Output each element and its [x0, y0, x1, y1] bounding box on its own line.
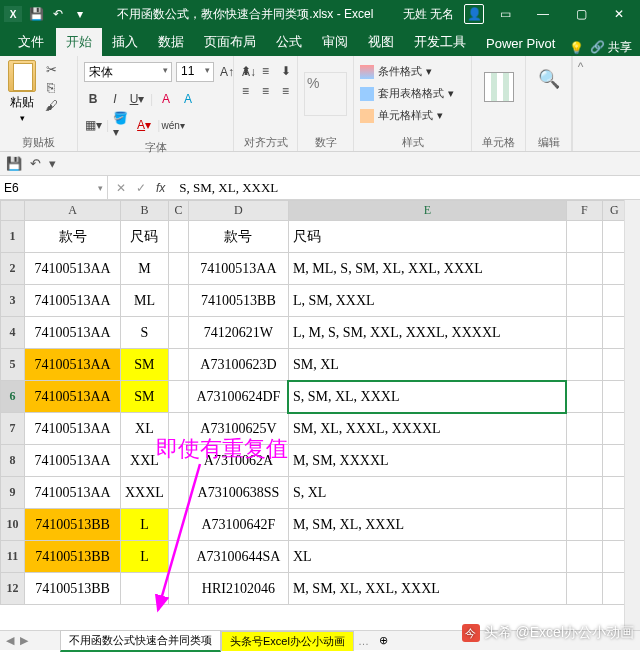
cell-G10[interactable] — [602, 509, 626, 541]
close-button[interactable]: ✕ — [602, 3, 636, 25]
cell-D9[interactable]: A73100638SS — [188, 477, 288, 509]
cell-D5[interactable]: A73100623D — [188, 349, 288, 381]
cell-G1[interactable] — [602, 221, 626, 253]
cell-D10[interactable]: A73100642F — [188, 509, 288, 541]
phonetic-icon[interactable]: wén▾ — [164, 116, 182, 134]
font-color-icon[interactable]: A▾ — [135, 116, 153, 134]
table-format-button[interactable]: 套用表格格式▾ — [360, 86, 454, 101]
cell-E12[interactable]: M, SM, XL, XXL, XXXL — [288, 573, 566, 605]
cell-C1[interactable] — [168, 221, 188, 253]
cell-C8[interactable] — [168, 445, 188, 477]
cell-A6[interactable]: 74100513AA — [25, 381, 121, 413]
paste-button[interactable]: 粘贴 ▾ — [6, 58, 38, 125]
cell-A10[interactable]: 74100513BB — [25, 509, 121, 541]
col-header-A[interactable]: A — [25, 201, 121, 221]
tab-insert[interactable]: 插入 — [102, 28, 148, 56]
user-name[interactable]: 无姓 无名 — [403, 6, 454, 23]
qat2-more-icon[interactable]: ▾ — [49, 156, 56, 171]
cell-G6[interactable] — [602, 381, 626, 413]
chevron-down-icon[interactable]: ▾ — [20, 113, 25, 123]
cell-D11[interactable]: A73100644SA — [188, 541, 288, 573]
cell-G7[interactable] — [602, 413, 626, 445]
align-right-icon[interactable]: ≡ — [277, 82, 295, 100]
cells-button[interactable] — [484, 72, 514, 102]
cell-F11[interactable] — [566, 541, 602, 573]
tab-layout[interactable]: 页面布局 — [194, 28, 266, 56]
cell-G5[interactable] — [602, 349, 626, 381]
cell-F1[interactable] — [566, 221, 602, 253]
cell-B8[interactable]: XXL — [121, 445, 169, 477]
cell-C3[interactable] — [168, 285, 188, 317]
font-name-combo[interactable]: 宋体 — [84, 62, 172, 82]
cell-F6[interactable] — [566, 381, 602, 413]
align-bot-icon[interactable]: ⬇ — [277, 62, 295, 80]
col-header-G[interactable]: G — [602, 201, 626, 221]
tab-dev[interactable]: 开发工具 — [404, 28, 476, 56]
cell-A7[interactable]: 74100513AA — [25, 413, 121, 445]
cell-F8[interactable] — [566, 445, 602, 477]
cell-B9[interactable]: XXXL — [121, 477, 169, 509]
row-header-9[interactable]: 9 — [1, 477, 25, 509]
align-top-icon[interactable]: ⬆ — [237, 62, 255, 80]
cell-F12[interactable] — [566, 573, 602, 605]
cell-F3[interactable] — [566, 285, 602, 317]
tab-nav-next-icon[interactable]: ▶ — [20, 634, 28, 647]
insert-function-icon[interactable]: fx — [156, 181, 165, 195]
worksheet-grid[interactable]: ABCDEFG1款号尺码款号尺码274100513AAM74100513AAM,… — [0, 200, 640, 630]
cell-C5[interactable] — [168, 349, 188, 381]
cell-D12[interactable]: HRI2102046 — [188, 573, 288, 605]
font-color-a-icon[interactable]: A — [157, 90, 175, 108]
share-button[interactable]: 🔗 共享 — [590, 39, 632, 56]
copy-icon[interactable]: ⎘ — [42, 80, 60, 95]
cell-F9[interactable] — [566, 477, 602, 509]
underline-button[interactable]: U▾ — [128, 90, 146, 108]
cell-F4[interactable] — [566, 317, 602, 349]
new-sheet-icon[interactable]: ⊕ — [373, 634, 394, 647]
tab-power[interactable]: Power Pivot — [476, 31, 565, 56]
user-avatar-icon[interactable]: 👤 — [464, 4, 484, 24]
cell-A5[interactable]: 74100513AA — [25, 349, 121, 381]
tab-file[interactable]: 文件 — [6, 28, 56, 56]
cell-C2[interactable] — [168, 253, 188, 285]
cell-G2[interactable] — [602, 253, 626, 285]
row-header-1[interactable]: 1 — [1, 221, 25, 253]
cell-B2[interactable]: M — [121, 253, 169, 285]
font-size-combo[interactable]: 11 — [176, 62, 214, 82]
tab-formulas[interactable]: 公式 — [266, 28, 312, 56]
cell-E8[interactable]: M, SM, XXXXL — [288, 445, 566, 477]
cell-A3[interactable]: 74100513AA — [25, 285, 121, 317]
cell-G4[interactable] — [602, 317, 626, 349]
col-header-F[interactable]: F — [566, 201, 602, 221]
border-icon[interactable]: ▦▾ — [84, 116, 102, 134]
bold-button[interactable]: B — [84, 90, 102, 108]
cell-G11[interactable] — [602, 541, 626, 573]
cell-A1[interactable]: 款号 — [25, 221, 121, 253]
cell-style-button[interactable]: 单元格样式▾ — [360, 108, 443, 123]
cell-G8[interactable] — [602, 445, 626, 477]
font-color-a2-icon[interactable]: A — [179, 90, 197, 108]
cell-C6[interactable] — [168, 381, 188, 413]
cell-A8[interactable]: 74100513AA — [25, 445, 121, 477]
maximize-button[interactable]: ▢ — [564, 3, 598, 25]
cell-A4[interactable]: 74100513AA — [25, 317, 121, 349]
cell-A11[interactable]: 74100513BB — [25, 541, 121, 573]
format-painter-icon[interactable]: 🖌 — [42, 98, 60, 113]
tell-me-icon[interactable]: 💡 — [569, 41, 584, 55]
italic-button[interactable]: I — [106, 90, 124, 108]
cell-D4[interactable]: 74120621W — [188, 317, 288, 349]
tab-review[interactable]: 审阅 — [312, 28, 358, 56]
cell-C10[interactable] — [168, 509, 188, 541]
align-center-icon[interactable]: ≡ — [257, 82, 275, 100]
row-header-3[interactable]: 3 — [1, 285, 25, 317]
cell-E6[interactable]: S, SM, XL, XXXL — [288, 381, 566, 413]
undo-icon-2[interactable]: ↶ — [30, 156, 41, 171]
cell-B1[interactable]: 尺码 — [121, 221, 169, 253]
row-header-6[interactable]: 6 — [1, 381, 25, 413]
cell-A2[interactable]: 74100513AA — [25, 253, 121, 285]
cell-G3[interactable] — [602, 285, 626, 317]
save-icon[interactable]: 💾 — [28, 6, 44, 22]
cell-B7[interactable]: XL — [121, 413, 169, 445]
cell-B6[interactable]: SM — [121, 381, 169, 413]
row-header-5[interactable]: 5 — [1, 349, 25, 381]
cell-D1[interactable]: 款号 — [188, 221, 288, 253]
